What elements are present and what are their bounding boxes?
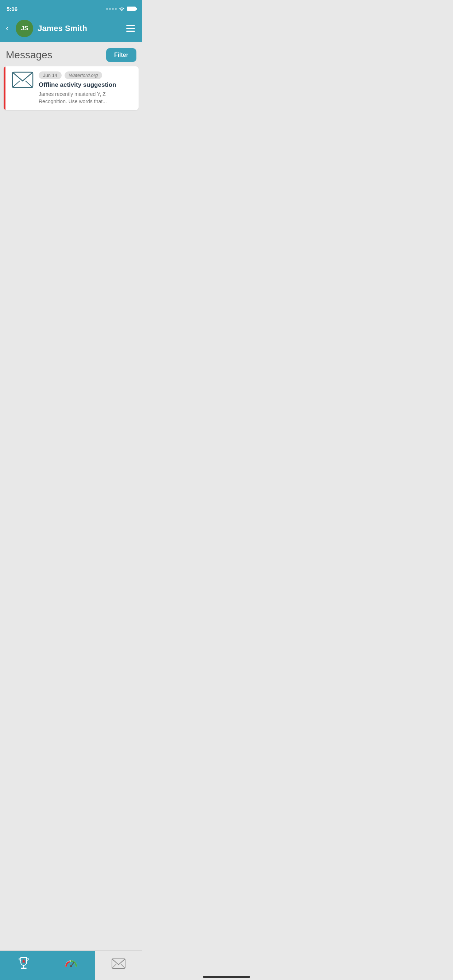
menu-button[interactable] <box>125 24 136 33</box>
status-icons <box>106 6 136 11</box>
message-title: Offline activity suggestion <box>39 81 134 89</box>
battery-icon <box>127 6 136 11</box>
status-time: 5:06 <box>6 6 18 12</box>
card-right: Jun 14 Waterford.org Offline activity su… <box>39 72 134 105</box>
avatar: JS <box>16 20 33 37</box>
content-area <box>0 110 142 293</box>
messages-header: Messages Filter <box>0 42 142 66</box>
message-body: James recently mastered Y, Z Recognition… <box>39 91 134 105</box>
card-left <box>10 72 33 88</box>
user-name: James Smith <box>38 24 120 33</box>
source-tag: Waterford.org <box>65 72 102 79</box>
header: ‹ JS James Smith <box>0 16 142 42</box>
signal-dots-icon <box>106 8 117 10</box>
wifi-icon <box>119 6 125 11</box>
status-bar: 5:06 <box>0 0 142 16</box>
back-button[interactable]: ‹ <box>6 22 11 35</box>
message-card[interactable]: Jun 14 Waterford.org Offline activity su… <box>4 66 139 110</box>
messages-list: Jun 14 Waterford.org Offline activity su… <box>0 66 142 110</box>
date-tag: Jun 14 <box>39 72 62 79</box>
card-tags: Jun 14 Waterford.org <box>39 72 134 79</box>
filter-button[interactable]: Filter <box>106 48 136 62</box>
messages-title: Messages <box>6 49 53 61</box>
envelope-icon <box>12 72 33 88</box>
